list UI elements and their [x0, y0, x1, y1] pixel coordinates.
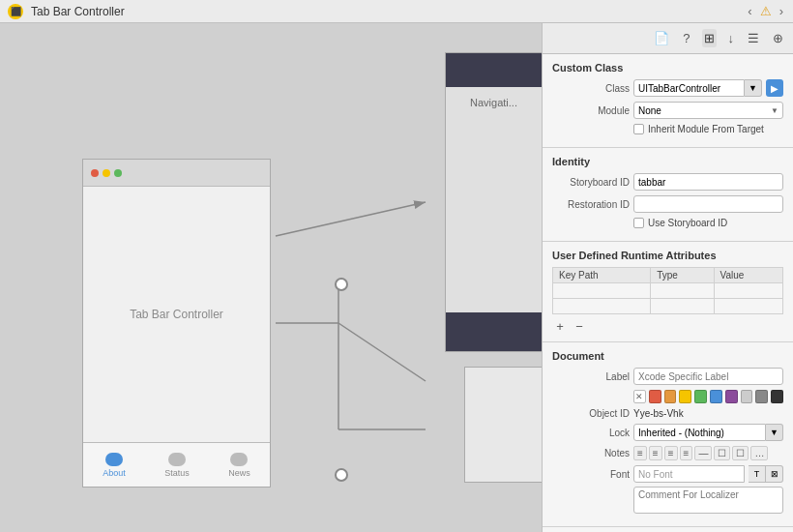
tab-label-news: News — [228, 468, 250, 478]
custom-class-section: Custom Class Class UITabBarController ▼ … — [543, 54, 793, 148]
notes-row: Notes ≡ ≡ ≡ ≡ — ☐ ☐ … — [552, 446, 783, 460]
canvas-area[interactable]: Tab Bar Controller About Status News — [0, 23, 542, 532]
app-icon: ⬛ — [8, 4, 23, 19]
attr-table: Key Path Type Value — [552, 267, 783, 314]
inherit-module-row: Inherit Module From Target — [552, 124, 783, 134]
tab-icon-news — [230, 453, 248, 466]
notes-toolbar: ≡ ≡ ≡ ≡ — ☐ ☐ … — [633, 446, 783, 460]
inherit-module-checkbox[interactable] — [633, 124, 644, 134]
font-row: Font No Font T ⊠ — [552, 465, 783, 483]
main-area: Tab Bar Controller About Status News — [0, 23, 793, 532]
list-icon[interactable]: ☰ — [746, 29, 761, 47]
tab-item-news[interactable]: News — [228, 453, 250, 478]
nav-next-btn[interactable]: › — [778, 4, 785, 18]
font-input[interactable]: No Font — [633, 465, 745, 483]
stub-frame — [464, 367, 542, 483]
notes-align-center-btn[interactable]: ≡ — [649, 446, 662, 460]
swatch-mid-gray[interactable] — [755, 390, 768, 403]
download-icon[interactable]: ↓ — [726, 29, 737, 47]
module-row: Module None ▼ — [552, 102, 783, 119]
color-swatch-row: ✕ — [552, 390, 783, 403]
class-action-btn[interactable]: ▶ — [766, 79, 783, 97]
col-value: Value — [714, 268, 782, 283]
lock-row: Lock Inherited - (Nothing) ▼ — [552, 424, 783, 441]
udra-section: User Defined Runtime Attributes Key Path… — [543, 242, 793, 342]
inspector-panel: 📄 ? ⊞ ↓ ☰ ⊕ Custom Class Class UITabBarC… — [542, 23, 793, 532]
notes-more-btn[interactable]: … — [750, 446, 768, 460]
notes-box2-btn[interactable]: ☐ — [732, 446, 749, 460]
swatch-red[interactable] — [649, 390, 661, 403]
maximize-dot — [114, 169, 122, 177]
swatch-blue[interactable] — [710, 390, 722, 403]
lock-label: Lock — [552, 428, 630, 438]
storyboard-id-row: Storyboard ID tabbar — [552, 173, 783, 191]
title-bar: ⬛ Tab Bar Controller ‹ ⚠ › — [0, 0, 793, 23]
notes-align-left-btn[interactable]: ≡ — [633, 446, 647, 460]
tab-bar: About Status News — [83, 442, 270, 487]
notes-align-justify-btn[interactable]: ≡ — [680, 446, 693, 460]
notes-box1-btn[interactable]: ☐ — [714, 446, 730, 460]
inherit-module-label: Inherit Module From Target — [648, 124, 764, 134]
swatch-light-gray[interactable] — [741, 390, 753, 403]
comment-textarea[interactable] — [633, 487, 783, 514]
label-input[interactable] — [633, 368, 783, 385]
lock-input[interactable]: Inherited - (Nothing) — [633, 424, 766, 441]
notes-dash-btn[interactable]: — — [694, 446, 712, 460]
window-title: Tab Bar Controller — [31, 5, 125, 18]
storyboard-id-input[interactable]: tabbar — [633, 173, 783, 191]
restoration-id-row: Restoration ID — [552, 195, 783, 213]
notes-align-right-btn[interactable]: ≡ — [664, 446, 678, 460]
custom-class-title: Custom Class — [552, 62, 783, 74]
nav-partial-label: Navigati... — [446, 97, 542, 108]
col-type: Type — [651, 268, 714, 283]
tab-label-about: About — [103, 468, 126, 478]
table-row — [553, 299, 783, 314]
nav-buttons: ‹ ⚠ › — [746, 4, 785, 18]
tab-icon-status — [168, 453, 186, 466]
class-input-group: UITabBarController ▼ — [633, 79, 762, 97]
connector-1 — [335, 278, 348, 291]
identity-title: Identity — [552, 156, 783, 167]
class-input[interactable]: UITabBarController — [633, 79, 745, 97]
use-storyboard-id-row: Use Storyboard ID — [552, 218, 783, 228]
restoration-id-input[interactable] — [633, 195, 783, 213]
udra-title: User Defined Runtime Attributes — [552, 250, 783, 261]
warn-icon[interactable]: ⚠ — [758, 4, 774, 18]
grid-icon[interactable]: ⊞ — [702, 29, 717, 47]
module-select-arrow: ▼ — [771, 106, 778, 115]
class-btn[interactable]: ▼ — [745, 79, 762, 97]
nav-bar — [446, 53, 542, 87]
file-icon[interactable]: 📄 — [652, 29, 671, 47]
swatch-green[interactable] — [694, 390, 707, 403]
font-field-label: Font — [552, 469, 630, 480]
col-keypath: Key Path — [553, 268, 651, 283]
swatch-clear[interactable]: ✕ — [633, 390, 646, 403]
module-select[interactable]: None ▼ — [633, 102, 783, 119]
module-label: Module — [552, 105, 630, 116]
font-stepper-btn[interactable]: ⊠ — [766, 465, 783, 483]
remove-attr-btn[interactable]: − — [572, 318, 587, 334]
tbc-label: Tab Bar Controller — [130, 308, 223, 321]
object-id-row: Object ID Yye-bs-Vhk — [552, 408, 783, 419]
font-type-btn[interactable]: T — [749, 465, 766, 483]
help-icon[interactable]: ? — [681, 29, 691, 47]
nav-partial-frame: Navigati... — [445, 52, 542, 352]
lock-btn[interactable]: ▼ — [766, 424, 783, 441]
swatch-dark-gray[interactable] — [771, 390, 783, 403]
use-storyboard-id-checkbox[interactable] — [633, 218, 644, 228]
add-attr-btn[interactable]: + — [552, 318, 568, 334]
tab-label-status: Status — [164, 468, 190, 478]
swatch-orange[interactable] — [664, 390, 677, 403]
nav-prev-btn[interactable]: ‹ — [746, 4, 753, 18]
class-row: Class UITabBarController ▼ ▶ — [552, 79, 783, 97]
attr-actions: + − — [552, 318, 783, 334]
comment-row — [552, 487, 783, 514]
identity-section: Identity Storyboard ID tabbar Restoratio… — [543, 148, 793, 242]
tab-item-status[interactable]: Status — [164, 453, 190, 478]
swatch-purple[interactable] — [725, 390, 738, 403]
svg-line-1 — [276, 202, 426, 236]
plus-circle-icon[interactable]: ⊕ — [771, 29, 785, 47]
swatch-yellow[interactable] — [679, 390, 691, 403]
tab-item-about[interactable]: About — [103, 453, 126, 478]
label-row: Label — [552, 368, 783, 385]
